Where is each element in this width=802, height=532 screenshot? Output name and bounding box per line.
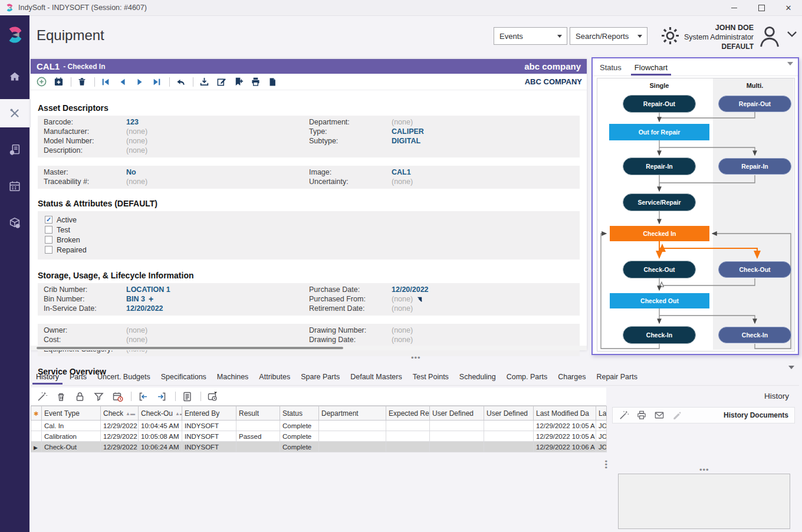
flow-node-service-repair[interactable]: Service/Repair — [623, 193, 696, 211]
column-header-check-ou[interactable]: Check-Ou▲▬ — [139, 406, 182, 421]
flow-node-check-out[interactable]: Check-Out — [718, 261, 791, 278]
tab-default-masters[interactable]: Default Masters — [345, 372, 407, 384]
new-document-button[interactable] — [267, 76, 278, 88]
tab-spare-parts[interactable]: Spare Parts — [295, 372, 345, 384]
flow-node-check-out[interactable]: Check-Out — [623, 261, 696, 278]
sidebar-item-calendar[interactable] — [0, 172, 29, 201]
add-bin-button[interactable]: + — [149, 296, 153, 302]
tab-comp-parts[interactable]: Comp. Parts — [501, 372, 553, 384]
lock-icon[interactable] — [74, 391, 86, 402]
flow-node-check-in[interactable]: Check-In — [623, 326, 696, 344]
column-header-entered-by[interactable]: Entered By — [182, 406, 236, 421]
column-header-user-defined[interactable]: User Defined — [430, 406, 484, 421]
documents-splitter-handle[interactable]: ••• — [699, 468, 709, 472]
tab-parts[interactable]: Parts — [64, 372, 92, 384]
avatar[interactable] — [756, 22, 783, 50]
tab-test-points[interactable]: Test Points — [407, 372, 454, 384]
nav-last-button[interactable] — [151, 76, 163, 88]
table-row[interactable]: ▶Check-Out12/29/202210:06:24 AMINDYSOFTC… — [31, 442, 607, 452]
email-icon[interactable] — [654, 410, 665, 421]
column-header-marker[interactable]: ✱ — [31, 406, 42, 421]
scrollbar-thumb[interactable] — [37, 347, 343, 349]
calendar-clock-icon[interactable] — [112, 391, 123, 402]
wand-icon[interactable] — [619, 410, 629, 421]
sidebar-item-billing[interactable]: $ — [0, 136, 29, 164]
tab-machines[interactable]: Machines — [212, 372, 254, 384]
flow-node-repair-in[interactable]: Repair-In — [718, 158, 791, 175]
table-row[interactable]: Calibration12/29/202210:05:08 AMINDYSOFT… — [31, 431, 607, 442]
user-info[interactable]: JOHN DOE System Administrator DEFAULT — [684, 23, 754, 51]
minimize-button[interactable] — [721, 0, 748, 15]
column-header-status[interactable]: Status — [280, 406, 319, 421]
wand-icon[interactable] — [37, 391, 48, 402]
open-link-icon[interactable] — [416, 296, 423, 303]
flow-node-out-for-repair[interactable]: Out for Repair — [609, 124, 709, 140]
tab-scheduling[interactable]: Scheduling — [454, 372, 501, 384]
undo-button[interactable] — [175, 76, 186, 88]
column-header-event-type[interactable]: Event Type — [42, 406, 101, 421]
checkbox-test[interactable] — [45, 226, 52, 234]
bookmark-add-button[interactable] — [232, 76, 244, 88]
report-list-icon[interactable] — [182, 391, 193, 402]
checkbox-active[interactable]: ✓ — [45, 216, 52, 224]
sidebar-item-inventory[interactable]: + — [0, 209, 29, 237]
nav-first-button[interactable] — [100, 76, 111, 88]
close-button[interactable]: ✕ — [775, 0, 802, 15]
events-dropdown[interactable]: Events — [494, 27, 567, 45]
settings-gear-icon[interactable] — [659, 25, 681, 47]
field-value: (none) — [126, 178, 309, 186]
nav-prev-button[interactable] — [117, 76, 129, 88]
flow-node-repair-out[interactable]: Repair-Out — [718, 96, 791, 112]
horizontal-scrollbar[interactable] — [31, 346, 587, 350]
column-header-result[interactable]: Result — [236, 406, 280, 421]
tab-history[interactable]: History — [31, 372, 64, 384]
column-header-user-defined[interactable]: User Defined — [484, 406, 534, 421]
add-event-button[interactable] — [52, 76, 64, 88]
tab-charges[interactable]: Charges — [553, 372, 591, 384]
search-reports-dropdown[interactable]: Search/Reports — [570, 27, 647, 45]
add-record-button[interactable] — [35, 76, 47, 88]
bottom-panel-collapse-chevron-icon[interactable] — [788, 366, 794, 369]
check-out-arrow-icon[interactable] — [156, 391, 167, 402]
checkbox-repaired[interactable] — [45, 246, 52, 254]
field-label: Type: — [309, 127, 392, 136]
column-header-expected-retur[interactable]: Expected Retur — [386, 406, 430, 421]
flow-node-checked-out[interactable]: Checked Out — [610, 293, 709, 308]
checkbox-broken[interactable] — [45, 236, 52, 244]
print-icon[interactable] — [636, 410, 647, 421]
column-header-department[interactable]: Department — [319, 406, 386, 421]
column-header-last-modified-da[interactable]: Last Modified Da — [534, 406, 596, 421]
sidebar-item-home[interactable] — [0, 63, 29, 91]
tab-specifications[interactable]: Specifications — [156, 372, 212, 384]
panel-collapse-chevron-icon[interactable] — [787, 62, 793, 65]
nav-next-button[interactable] — [134, 76, 146, 88]
table-row[interactable]: Cal. In12/29/202210:04:45 AMINDYSOFTComp… — [31, 421, 607, 431]
tab-status[interactable]: Status — [600, 63, 622, 75]
flow-node-check-in[interactable]: Check-In — [718, 327, 791, 343]
delete-row-icon[interactable] — [55, 391, 67, 402]
annotate-pen-icon[interactable] — [672, 410, 682, 421]
filter-icon[interactable] — [93, 391, 104, 402]
import-button[interactable] — [198, 76, 210, 88]
field-row: In-Service Date:12/20/2022Retirement Dat… — [38, 304, 580, 313]
schedule-box-icon[interactable] — [207, 391, 218, 402]
vertical-splitter-handle[interactable]: ••• — [604, 460, 607, 469]
sidebar-item-equipment[interactable] — [0, 99, 29, 127]
delete-button[interactable] — [76, 76, 88, 88]
horizontal-splitter-handle[interactable]: ••• — [411, 356, 421, 360]
table-cell: INDYSOFT — [182, 442, 236, 452]
flow-node-checked-in[interactable]: Checked In — [610, 226, 709, 241]
tab-uncert-budgets[interactable]: Uncert. Budgets — [92, 372, 156, 384]
check-in-arrow-icon[interactable] — [137, 391, 149, 402]
tab-flowchart[interactable]: Flowchart — [635, 63, 668, 75]
user-menu-chevron-icon[interactable] — [787, 31, 797, 38]
flow-node-repair-in[interactable]: Repair-In — [623, 157, 696, 175]
print-button[interactable] — [249, 76, 261, 88]
edit-button[interactable] — [215, 76, 227, 88]
maximize-button[interactable] — [748, 0, 775, 15]
flow-node-repair-out[interactable]: Repair-Out — [623, 95, 696, 113]
column-header-check[interactable]: Check▲▬ — [101, 406, 139, 421]
tab-attributes[interactable]: Attributes — [254, 372, 295, 384]
tab-repair-parts[interactable]: Repair Parts — [591, 372, 642, 384]
column-header-la[interactable]: La — [596, 406, 607, 421]
